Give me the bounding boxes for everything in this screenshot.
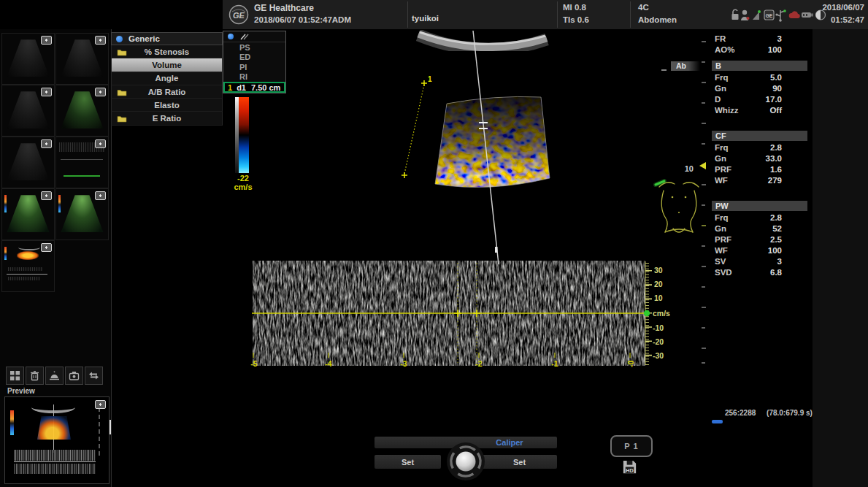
transfer-icon [88, 369, 100, 382]
menu-bullet-icon [116, 36, 123, 42]
param-label: D [715, 95, 721, 104]
menu-item-e-ratio[interactable]: E Ratio [111, 112, 223, 125]
cine-progress-bar[interactable] [712, 420, 723, 423]
top-status-bar: GE GE Healthcare 2018/06/07 01:52:47ADM … [0, 0, 868, 29]
menu-item-volume[interactable]: Volume [111, 58, 223, 72]
system-date: 2018/06/07 [809, 3, 864, 12]
image-type-icon [41, 36, 52, 45]
transfer-button[interactable] [85, 367, 103, 385]
image-type-icon [41, 191, 52, 200]
param-value: 2.5 [770, 235, 782, 244]
trackball[interactable] [445, 441, 486, 482]
param-label: Gn [715, 84, 726, 93]
cine-frames: 256:2288 [725, 409, 756, 417]
depth-label: 10 [685, 164, 694, 173]
param-value: 3 [777, 257, 782, 266]
delete-button[interactable] [26, 367, 44, 385]
popup-item-ps[interactable]: PS [223, 42, 285, 53]
system-time: 01:52:47 [809, 15, 864, 24]
thumbnail-image[interactable] [55, 85, 109, 137]
patient-name[interactable]: tyuikoi [412, 14, 439, 23]
p1-button[interactable]: P 1 [610, 435, 653, 457]
layout-grid-button[interactable] [6, 367, 24, 385]
image-type-icon [95, 400, 106, 409]
svg-text:10: 10 [654, 294, 663, 302]
result-label: d1 [237, 83, 246, 92]
set-right-key[interactable]: Set [482, 455, 557, 469]
param-value: 100 [768, 246, 782, 255]
popup-item-ed[interactable]: ED [223, 53, 285, 63]
image-type-icon [95, 36, 106, 45]
param-label: SV [715, 257, 726, 266]
folder-icon [117, 88, 127, 98]
ultrasound-screen: HD [0, 0, 868, 487]
thumbnail-image[interactable] [55, 33, 109, 85]
probe-arc [418, 32, 547, 50]
thumbnail-image[interactable] [1, 33, 55, 85]
preview-panel[interactable] [4, 396, 110, 484]
velocity-axis: 30 20 10 cm/s -10 -20 -30 [644, 261, 670, 365]
param-label: Gn [715, 224, 726, 233]
svg-text:30: 30 [654, 266, 663, 275]
folder-icon [117, 48, 127, 58]
menu-item-ab-ratio[interactable]: A/B Ratio [111, 85, 223, 99]
svg-text:GE: GE [233, 11, 245, 20]
cine-duration: (78.0:679.9 s) [767, 409, 813, 417]
popup-header[interactable] [223, 31, 285, 42]
network-icon [775, 9, 786, 22]
param-value: 3 [777, 34, 782, 43]
thumbnail-image[interactable] [1, 240, 55, 292]
dome-icon [48, 369, 61, 382]
param-value: 100 [768, 45, 782, 54]
svg-text:-20: -20 [653, 337, 664, 346]
menu-item-angle[interactable]: Angle [111, 72, 223, 85]
param-label: Frq [715, 143, 729, 152]
ge-dock-icon: GE [764, 10, 774, 20]
export-button[interactable] [65, 367, 83, 385]
param-label: SVD [715, 268, 732, 277]
popup-item-pi[interactable]: PI [223, 62, 285, 72]
user-icon [741, 10, 750, 20]
thumbnail-image[interactable] [1, 85, 55, 137]
svg-text:-10: -10 [653, 323, 664, 332]
menu-item-stenosis[interactable]: % Stenosis [111, 45, 223, 58]
param-value: 90 [772, 84, 782, 93]
popup-item-ri[interactable]: RI [223, 72, 285, 83]
param-label: Frq [715, 73, 729, 82]
param-label: PRF [715, 235, 731, 244]
param-value: Off [769, 106, 782, 115]
color-flow-roi [431, 91, 555, 197]
svg-text:cm/s: cm/s [653, 309, 670, 318]
layout-grid-icon [9, 369, 21, 382]
param-value: 52 [772, 224, 782, 233]
svg-text:1: 1 [428, 75, 432, 83]
measurement-result: 1 d1 7.50 cm [223, 82, 285, 93]
set-left-key[interactable]: Set [375, 455, 441, 469]
ge-logo: GE [228, 4, 249, 25]
thumbnail-image[interactable] [1, 137, 55, 188]
image-type-icon [95, 191, 106, 200]
param-value: 5.0 [770, 73, 782, 82]
measurement-menu-header[interactable]: Generic [111, 32, 223, 45]
menu-bullet-icon [228, 34, 234, 39]
delete-icon [28, 369, 41, 382]
color-velocity-bar [239, 97, 249, 173]
svg-text:-1: -1 [551, 359, 558, 368]
folder-icon [117, 115, 127, 124]
thumbnail-image[interactable] [55, 188, 109, 240]
section-b-header: B [712, 61, 807, 71]
caliper-tool-icon [239, 33, 251, 41]
param-label: Frq [715, 213, 729, 222]
probe-name[interactable]: 4C [638, 3, 649, 12]
caliper-d1[interactable]: 1 [402, 75, 432, 178]
param-value: 33.0 [766, 154, 782, 163]
dome-button[interactable] [45, 367, 64, 385]
focus-marker [699, 162, 706, 169]
svg-text:-2: -2 [475, 359, 482, 368]
image-type-icon [41, 139, 52, 148]
menu-item-elasto[interactable]: Elasto [111, 99, 223, 112]
image-type-icon [95, 139, 106, 148]
thumbnail-image[interactable] [55, 137, 109, 188]
param-value: 2.8 [770, 143, 782, 152]
thumbnail-image[interactable] [1, 188, 55, 240]
